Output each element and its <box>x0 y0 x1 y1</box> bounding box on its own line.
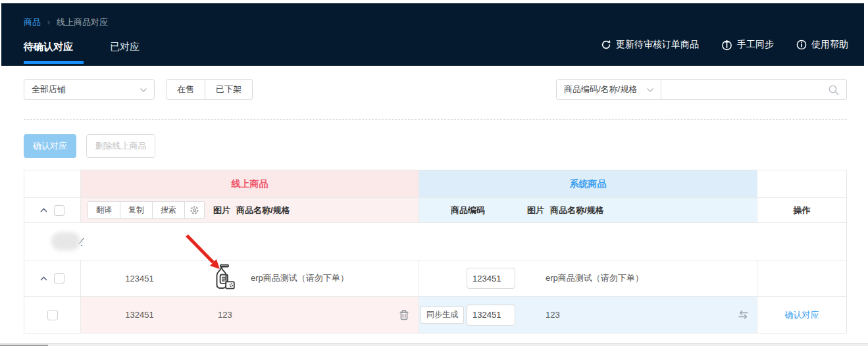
manual-sync-label: 手工同步 <box>737 39 774 51</box>
online-tools-group: 翻译 复制 搜索 <box>88 201 205 219</box>
tab-matched[interactable]: 已对应 <box>110 41 145 64</box>
help-label: 使用帮助 <box>811 39 848 51</box>
update-pending-orders-button[interactable]: 更新待审核订单商品 <box>601 39 699 51</box>
bottle-product-icon <box>208 262 236 295</box>
tab-pending-label: 待确认对应 <box>24 41 73 52</box>
sync-generate-button[interactable]: 同步生成 <box>421 307 464 324</box>
breadcrumb-current: 线上商品对应 <box>57 16 108 28</box>
system-image-column-header: 图片 <box>527 205 544 216</box>
shop-select[interactable]: 全部店铺 <box>24 79 155 100</box>
collapse-row-caret[interactable] <box>40 276 47 281</box>
row-checkbox[interactable] <box>47 310 58 320</box>
online-name-column-header: 商品名称/规格 <box>236 205 290 216</box>
dashed-divider <box>24 119 847 120</box>
table-row: 132451 123 同步生成 123 <box>24 297 846 333</box>
table-subheader-row: 翻译 复制 搜索 图片 商品名称/规格 商品编码 图片 <box>24 198 846 223</box>
system-code-input[interactable] <box>467 305 515 326</box>
system-code-input[interactable] <box>467 268 515 289</box>
confirm-match-button[interactable]: 确认对应 <box>24 134 76 158</box>
online-image-column-header: 图片 <box>213 205 230 216</box>
copy-button[interactable]: 复制 <box>120 202 153 218</box>
system-code-column-header: 商品编码 <box>451 205 485 216</box>
breadcrumb-root-link[interactable]: 商品 <box>24 16 41 28</box>
help-button[interactable]: 使用帮助 <box>796 39 848 51</box>
gear-icon[interactable] <box>185 202 204 218</box>
table-group-header-row: 线上商品 系统商品 <box>24 170 846 198</box>
product-image-slot <box>198 262 245 295</box>
refresh-icon <box>601 39 611 50</box>
horizontal-scrollbar[interactable] <box>0 343 868 346</box>
search-group: 商品编码/名称/规格 <box>556 79 847 100</box>
search-input[interactable] <box>661 80 846 99</box>
bulk-actions: 确认对应 删除线上商品 <box>24 134 847 158</box>
search-icon[interactable] <box>828 84 840 99</box>
trash-icon[interactable] <box>399 309 409 320</box>
confirm-match-link[interactable]: 确认对应 <box>785 309 819 321</box>
redacted-shop-name <box>51 232 80 251</box>
product-match-table: 线上商品 系统商品 翻译 复制 搜索 <box>24 170 847 334</box>
filter-toolbar: 全部店铺 在售 已下架 商品编码/名称/规格 <box>24 79 847 100</box>
tab-pending-confirm[interactable]: 待确认对应 <box>24 41 78 64</box>
update-pending-orders-label: 更新待审核订单商品 <box>616 39 699 51</box>
sale-status-button-group: 在售 已下架 <box>166 79 253 100</box>
select-column-header <box>24 170 81 197</box>
operation-column-header: 操作 <box>794 205 811 216</box>
online-product-code: 132451 <box>125 310 153 320</box>
off-shelf-button[interactable]: 已下架 <box>205 79 253 100</box>
page: 商品 › 线上商品对应 待确认对应 已对应 <box>0 3 868 346</box>
system-product-name: erp商品测试（请勿下单） <box>546 272 644 284</box>
operation-cell <box>757 260 846 296</box>
search-type-value: 商品编码/名称/规格 <box>564 84 637 95</box>
breadcrumb-separator: › <box>47 18 50 27</box>
chevron-down-icon <box>140 85 147 95</box>
online-product-group-title: 线上商品 <box>232 178 268 190</box>
collapse-all-caret[interactable] <box>40 208 47 212</box>
on-sale-button[interactable]: 在售 <box>166 79 205 100</box>
tab-bar: 待确认对应 已对应 <box>24 41 176 64</box>
delete-online-product-button[interactable]: 删除线上商品 <box>86 134 155 158</box>
online-product-name: erp商品测试（请勿下单） <box>251 272 349 284</box>
chevron-down-icon <box>646 85 654 95</box>
system-product-group-title: 系统商品 <box>570 178 607 190</box>
online-product-code: 123451 <box>125 274 153 284</box>
translate-button[interactable]: 翻译 <box>88 202 120 218</box>
active-tab-underline <box>24 61 84 64</box>
manual-sync-button[interactable]: 手工同步 <box>721 39 774 51</box>
app-header: 商品 › 线上商品对应 待确认对应 已对应 <box>1 3 864 66</box>
shop-link[interactable]: ⁄ <box>81 237 82 246</box>
select-all-checkbox[interactable] <box>54 205 64 216</box>
upload-icon <box>721 39 732 51</box>
table-row: 123451 erp商品测试（请勿下单） <box>24 260 846 297</box>
shop-group-row: ⁄ <box>24 223 846 260</box>
info-icon <box>796 39 807 50</box>
system-name-column-header: 商品名称/规格 <box>550 205 604 216</box>
breadcrumb: 商品 › 线上商品对应 <box>24 3 848 28</box>
system-product-name: 123 <box>546 310 560 320</box>
tab-matched-label: 已对应 <box>110 41 140 52</box>
online-product-name: 123 <box>218 310 232 320</box>
search-tool-button[interactable]: 搜索 <box>153 202 185 218</box>
shop-select-value: 全部店铺 <box>32 84 66 95</box>
operation-column-header-cell <box>757 170 846 197</box>
row-checkbox[interactable] <box>54 273 64 284</box>
search-type-select[interactable]: 商品编码/名称/规格 <box>556 79 661 100</box>
swap-icon[interactable] <box>738 310 749 320</box>
online-product-group-header: 线上商品 <box>81 170 419 197</box>
system-product-group-header: 系统商品 <box>419 170 757 197</box>
